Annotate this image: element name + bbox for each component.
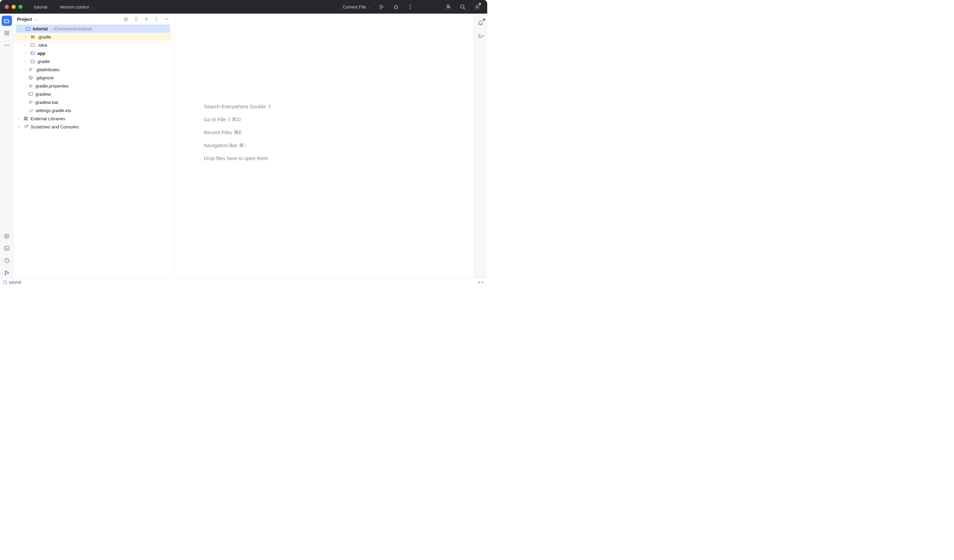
services-tool-button[interactable] [2,231,12,241]
chevron-right-icon[interactable]: › [16,117,21,121]
vcs-label: Version control [60,5,89,9]
more-actions-button[interactable] [405,2,416,12]
right-tool-stripe [474,14,487,278]
notifications-button[interactable] [475,18,486,28]
folder-icon [30,42,36,48]
panel-options-button[interactable] [152,15,161,23]
svg-rect-9 [5,33,6,35]
tree-file-settings-gradle[interactable]: settings.gradle.kts [14,106,172,114]
svg-point-3 [410,8,411,9]
maximize-window-button[interactable] [19,5,22,9]
minimize-window-button[interactable] [12,5,16,9]
tree-node-scratches[interactable]: › Scratches and Consoles [14,123,172,131]
tree-file-gradlew-bat[interactable]: gradlew.bat [14,98,172,106]
problems-tool-button[interactable] [2,255,12,266]
tree-item-label: gradlew [36,92,51,97]
project-panel-header: Project ⌄ [14,14,174,25]
chevron-down-icon: ⌄ [368,5,371,9]
tip-navigation-bar: Navigation Bar ⌘↑ [204,139,246,152]
svg-point-11 [5,45,5,46]
project-panel: Project ⌄ ⌄ [14,14,175,278]
project-name-label: tutorial [34,5,47,9]
svg-rect-32 [26,117,28,120]
select-opened-file-button[interactable] [122,15,130,23]
svg-point-16 [5,271,6,272]
tree-folder-idea[interactable]: › .idea [14,41,172,49]
tip-recent-files: Recent Files ⌘E [204,126,242,139]
shell-script-icon [28,91,33,97]
tree-file-gradlew[interactable]: gradlew [14,90,172,98]
folder-icon [30,59,36,64]
chevron-right-icon[interactable]: › [23,51,28,55]
text-file-icon [28,67,33,72]
svg-rect-24 [26,28,28,30]
svg-point-33 [27,125,28,126]
chevron-right-icon[interactable]: › [23,60,28,63]
svg-point-20 [125,19,126,20]
chevron-down-icon: ⌄ [91,5,94,9]
tree-node-external-libraries[interactable]: › External Libraries [14,114,172,123]
hide-panel-button[interactable] [162,15,171,23]
run-button[interactable] [376,2,387,12]
run-config-dropdown[interactable]: Current File ⌄ [341,3,373,11]
vcs-tool-button[interactable] [2,268,12,278]
tree-item-label: Scratches and Consoles [31,124,79,129]
svg-rect-10 [7,33,9,35]
expand-all-button[interactable] [132,15,140,23]
module-folder-icon [30,50,36,56]
terminal-tool-button[interactable] [2,243,12,254]
close-window-button[interactable] [5,5,9,9]
tree-folder-gradle[interactable]: › gradle [14,57,172,65]
gradle-tool-button[interactable] [475,31,486,41]
excluded-folder-icon [30,34,36,39]
tip-goto-file: Go to File ⇧⌘O [204,113,241,126]
editor-area[interactable]: Search Everywhere Double ⇧ Go to File ⇧⌘… [175,14,474,278]
notification-indicator [483,19,485,21]
text-file-icon [28,100,33,105]
chevron-right-icon[interactable]: › [16,125,21,129]
project-tree[interactable]: ⌄ tutorial ~/Documents/tutorial › .gradl… [14,25,174,278]
more-tool-windows-button[interactable] [2,40,12,50]
svg-point-2 [410,6,411,8]
code-with-me-button[interactable] [443,2,454,12]
left-tool-stripe [0,14,14,278]
svg-point-0 [394,6,397,9]
project-dropdown[interactable]: tutorial ⌄ [32,3,54,11]
tree-file-gitignore[interactable]: .gitignore [14,73,172,82]
status-bar: tutorial [0,278,487,286]
tree-file-gitattributes[interactable]: .gitattributes [14,65,172,73]
tree-item-label: .gitignore [36,75,53,80]
search-button[interactable] [457,2,468,12]
debug-button[interactable] [390,2,401,12]
project-tool-button[interactable] [2,16,12,26]
vcs-dropdown[interactable]: Version control ⌄ [58,3,96,11]
tree-root-row[interactable]: ⌄ tutorial ~/Documents/tutorial [16,25,170,33]
svg-rect-31 [26,117,26,120]
indent-indicator[interactable] [478,280,484,285]
svg-point-6 [476,6,478,8]
tip-search: Search Everywhere Double ⇧ [204,100,272,113]
svg-point-34 [479,36,480,36]
structure-tool-button[interactable] [2,28,12,38]
main-area: Project ⌄ ⌄ [0,14,487,278]
chevron-down-icon[interactable]: ⌄ [35,17,37,21]
tree-file-gradle-properties[interactable]: gradle.properties [14,82,172,90]
chevron-right-icon[interactable]: › [23,43,28,47]
tree-item-label: app [37,51,45,56]
settings-button[interactable] [472,2,482,12]
tree-folder-gradle-cache[interactable]: › .gradle [14,33,172,41]
svg-point-21 [156,17,157,18]
svg-point-1 [410,5,411,6]
settings-update-indicator [479,3,481,5]
svg-point-27 [30,85,31,87]
collapse-all-button[interactable] [142,15,150,23]
properties-file-icon [28,83,33,89]
chevron-down-icon[interactable]: ⌄ [19,27,23,31]
run-config-label: Current File [343,5,366,9]
ignore-file-icon [28,75,33,80]
tree-root-name: tutorial [33,26,48,31]
status-module-label[interactable]: tutorial [9,280,21,285]
tree-module-app[interactable]: › app [14,49,172,57]
svg-point-13 [8,45,9,46]
chevron-right-icon[interactable]: › [23,35,28,39]
